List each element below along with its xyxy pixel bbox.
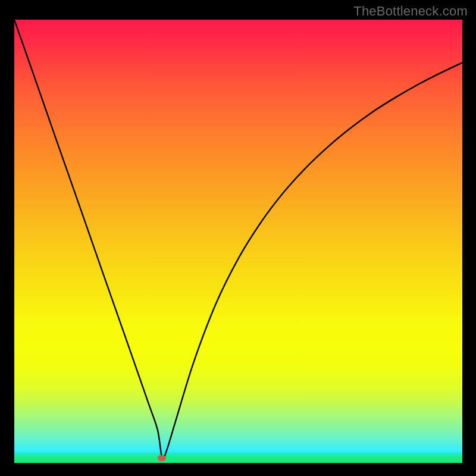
optimal-marker-icon [158,455,166,461]
curve-svg [14,20,462,463]
watermark-text: TheBottleneck.com [353,4,468,19]
plot-area [14,20,462,463]
bottleneck-curve [14,20,462,459]
